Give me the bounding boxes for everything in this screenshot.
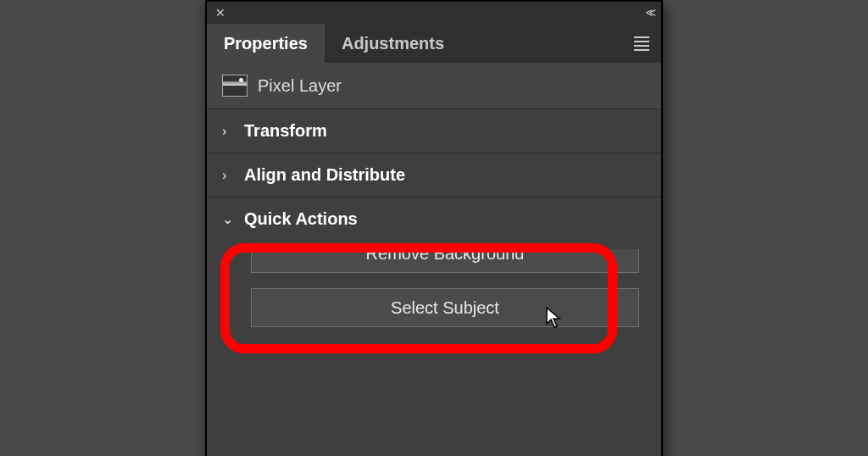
section-label: Transform <box>244 121 327 141</box>
close-icon[interactable]: ✕ <box>215 6 225 19</box>
menu-icon[interactable] <box>634 36 649 51</box>
collapse-icon[interactable]: << <box>646 6 653 19</box>
tab-label: Properties <box>224 34 308 53</box>
tab-bar: Properties Adjustments <box>207 24 661 63</box>
section-label: Quick Actions <box>244 209 358 229</box>
properties-panel: ✕ << Properties Adjustments Pixel Layer … <box>205 0 663 456</box>
chevron-down-icon: ⌄ <box>222 211 236 227</box>
button-label: Remove Background <box>366 249 525 264</box>
panel-titlebar: ✕ << <box>207 2 661 24</box>
section-label: Align and Distribute <box>244 165 405 185</box>
tab-label: Adjustments <box>342 34 444 53</box>
pixel-layer-icon <box>222 75 248 97</box>
chevron-right-icon: › <box>222 168 236 183</box>
layer-header: Pixel Layer <box>207 63 661 109</box>
section-align[interactable]: › Align and Distribute <box>207 153 661 197</box>
section-quick-actions[interactable]: ⌄ Quick Actions <box>207 197 661 241</box>
button-label: Select Subject <box>391 298 499 318</box>
tab-properties[interactable]: Properties <box>207 24 325 63</box>
select-subject-button[interactable]: Select Subject <box>251 288 639 327</box>
section-transform[interactable]: › Transform <box>207 109 661 153</box>
layer-title: Pixel Layer <box>258 76 342 96</box>
chevron-right-icon: › <box>222 124 236 139</box>
quick-actions-list: Remove Background Select Subject <box>207 241 661 344</box>
tab-adjustments[interactable]: Adjustments <box>325 24 461 63</box>
remove-background-button[interactable]: Remove Background <box>251 249 639 273</box>
